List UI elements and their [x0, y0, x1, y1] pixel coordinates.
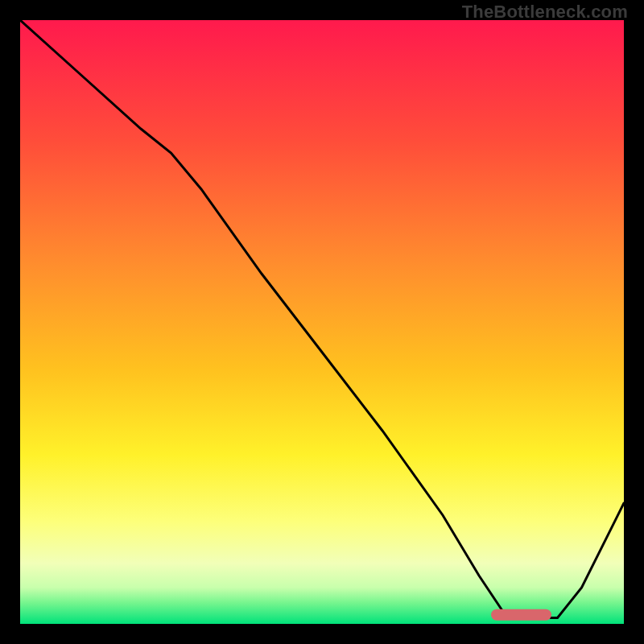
- plot-area: [20, 20, 624, 624]
- chart-svg: [20, 20, 624, 624]
- chart-frame: TheBottleneck.com: [0, 0, 644, 644]
- optimal-zone-marker: [491, 609, 551, 621]
- gradient-background: [20, 20, 624, 624]
